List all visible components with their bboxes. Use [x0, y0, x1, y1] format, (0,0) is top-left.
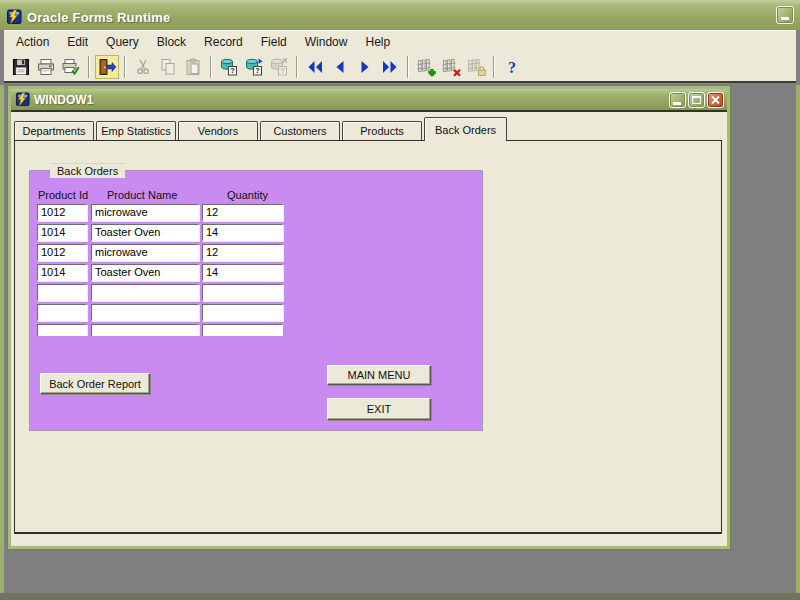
- window-border-left: [0, 85, 4, 600]
- print-icon[interactable]: [34, 55, 58, 79]
- back-orders-frame: Back Orders Product Id Product Name Quan…: [29, 170, 483, 431]
- minimize-icon: [781, 17, 789, 20]
- back-orders-table: 1012microwave12 1014Toaster Oven14 1012m…: [37, 204, 283, 339]
- table-row: [37, 284, 283, 301]
- quantity-field[interactable]: [202, 324, 283, 336]
- product-name-field[interactable]: Toaster Oven: [91, 224, 199, 241]
- window1-title: WINDOW1: [34, 93, 667, 107]
- maximize-icon: [692, 96, 701, 104]
- lock-record-icon: [464, 55, 488, 79]
- table-row: 1014Toaster Oven14: [37, 224, 283, 241]
- toolbar: ? ? ?: [4, 52, 796, 83]
- next-block-icon[interactable]: [378, 55, 402, 79]
- window1-minimize-button[interactable]: [669, 92, 686, 108]
- save-icon[interactable]: [9, 55, 33, 79]
- product-id-field[interactable]: 1014: [37, 224, 87, 241]
- svg-text:?: ?: [255, 66, 260, 75]
- tab-label: Customers: [273, 125, 326, 137]
- oracle-forms-window-icon: [15, 92, 30, 107]
- back-orders-frame-label: Back Orders: [50, 163, 125, 178]
- window1-content: Departments Emp Statistics Vendors Custo…: [11, 112, 727, 544]
- quantity-field[interactable]: [202, 284, 283, 301]
- svg-text:?: ?: [230, 66, 235, 75]
- table-row: 1014Toaster Oven14: [37, 264, 283, 281]
- window-border-bottom: [0, 593, 800, 600]
- table-row: [37, 324, 283, 336]
- menu-query[interactable]: Query: [97, 32, 148, 52]
- insert-record-icon[interactable]: [414, 55, 438, 79]
- exit-button[interactable]: EXIT: [327, 398, 431, 420]
- menu-edit[interactable]: Edit: [58, 32, 97, 52]
- quantity-field[interactable]: 12: [202, 204, 283, 221]
- quantity-field[interactable]: 14: [202, 224, 283, 241]
- main-menu-button[interactable]: MAIN MENU: [327, 365, 431, 385]
- tab-strip: Departments Emp Statistics Vendors Custo…: [14, 117, 507, 141]
- product-id-field[interactable]: [37, 304, 87, 321]
- window1-close-button[interactable]: [707, 92, 724, 108]
- app-title: Oracle Forms Runtime: [27, 10, 170, 25]
- menu-field[interactable]: Field: [252, 32, 296, 52]
- print-setup-icon[interactable]: [59, 55, 83, 79]
- menu-window[interactable]: Window: [296, 32, 357, 52]
- tab-label: Emp Statistics: [101, 125, 171, 137]
- menu-bar: Action Edit Query Block Record Field Win…: [4, 30, 796, 52]
- window1-titlebar[interactable]: WINDOW1: [11, 89, 727, 112]
- copy-icon: [156, 55, 180, 79]
- exit-icon[interactable]: [95, 55, 119, 79]
- product-id-field[interactable]: 1014: [37, 264, 87, 281]
- toolbar-separator: [296, 56, 298, 78]
- product-id-field[interactable]: [37, 284, 87, 301]
- product-name-field[interactable]: Toaster Oven: [91, 264, 199, 281]
- product-name-field[interactable]: [91, 284, 199, 301]
- product-id-field[interactable]: 1012: [37, 244, 87, 261]
- svg-text:?: ?: [280, 66, 285, 75]
- product-name-field[interactable]: [91, 304, 199, 321]
- svg-text:?: ?: [508, 59, 516, 76]
- window1-maximize-button[interactable]: [688, 92, 705, 108]
- product-name-field[interactable]: microwave: [91, 244, 199, 261]
- cut-icon: [131, 55, 155, 79]
- quantity-field[interactable]: 12: [202, 244, 283, 261]
- tab-customers[interactable]: Customers: [260, 121, 340, 140]
- minimize-icon: [673, 102, 681, 105]
- product-name-field[interactable]: microwave: [91, 204, 199, 221]
- menu-help[interactable]: Help: [356, 32, 399, 52]
- help-icon[interactable]: ?: [500, 55, 524, 79]
- execute-query-icon[interactable]: ?: [242, 55, 266, 79]
- app-minimize-button[interactable]: [776, 6, 794, 24]
- close-icon: [708, 93, 723, 107]
- tab-departments[interactable]: Departments: [14, 121, 94, 140]
- cancel-query-icon: ?: [267, 55, 291, 79]
- tab-page-back-orders: Back Orders Product Id Product Name Quan…: [14, 140, 722, 534]
- quantity-field[interactable]: [202, 304, 283, 321]
- enter-query-icon[interactable]: ?: [217, 55, 241, 79]
- toolbar-separator: [88, 56, 90, 78]
- tab-label: Departments: [23, 125, 86, 137]
- tab-vendors[interactable]: Vendors: [178, 121, 258, 140]
- toolbar-separator: [210, 56, 212, 78]
- table-row: 1012microwave12: [37, 204, 283, 221]
- tab-emp-statistics[interactable]: Emp Statistics: [96, 121, 176, 140]
- tab-products[interactable]: Products: [342, 121, 422, 140]
- oracle-forms-app-icon: [6, 9, 22, 25]
- window-border-right: [796, 85, 800, 600]
- product-id-field[interactable]: [37, 324, 87, 336]
- menu-record[interactable]: Record: [195, 32, 252, 52]
- column-header-product-id: Product Id: [38, 189, 88, 201]
- table-row: [37, 304, 283, 321]
- next-record-icon[interactable]: [353, 55, 377, 79]
- toolbar-separator: [407, 56, 409, 78]
- table-row: 1012microwave12: [37, 244, 283, 261]
- back-order-report-button[interactable]: Back Order Report: [40, 373, 150, 394]
- tab-back-orders[interactable]: Back Orders: [424, 117, 507, 141]
- quantity-field[interactable]: 14: [202, 264, 283, 281]
- product-name-field[interactable]: [91, 324, 199, 336]
- remove-record-icon[interactable]: [439, 55, 463, 79]
- product-id-field[interactable]: 1012: [37, 204, 87, 221]
- column-header-product-name: Product Name: [107, 189, 177, 201]
- previous-record-icon[interactable]: [328, 55, 352, 79]
- menu-action[interactable]: Action: [7, 32, 58, 52]
- previous-block-icon[interactable]: [303, 55, 327, 79]
- menu-block[interactable]: Block: [148, 32, 195, 52]
- tab-label: Products: [360, 125, 403, 137]
